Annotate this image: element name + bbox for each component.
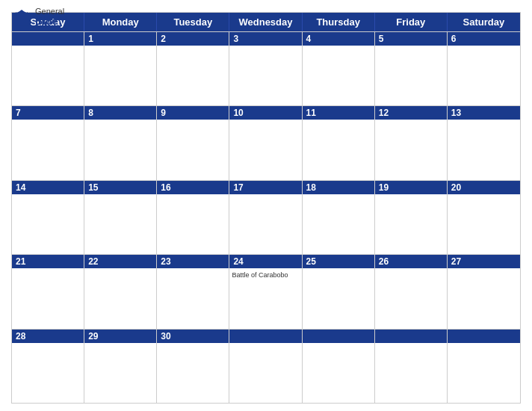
cal-cell-w3-d6: 20: [448, 181, 520, 254]
day-number: [448, 330, 520, 343]
logo-blue-text: Blue: [35, 16, 58, 26]
calendar-body: 123456789101112131415161718192021222324B…: [12, 31, 520, 403]
day-number: 8: [84, 106, 156, 120]
weekday-header-row: SundayMondayTuesdayWednesdayThursdayFrid…: [12, 13, 520, 31]
day-number: 24: [229, 255, 301, 268]
cal-cell-w1-d4: 4: [303, 32, 375, 105]
day-number: 25: [303, 255, 374, 268]
cal-cell-w4-d6: 27: [448, 255, 520, 328]
day-number: 26: [375, 255, 447, 268]
day-number: 6: [448, 32, 520, 46]
day-number: 20: [448, 181, 520, 194]
cal-cell-w5-d3: [229, 330, 302, 403]
cal-cell-w3-d0: 14: [12, 181, 84, 254]
day-number: 29: [84, 330, 156, 343]
day-number: 30: [157, 330, 229, 343]
cal-cell-w4-d1: 22: [84, 255, 157, 328]
day-number: [375, 330, 447, 343]
day-number: 7: [12, 106, 84, 120]
cal-cell-w2-d4: 11: [303, 106, 375, 179]
cal-cell-w3-d3: 17: [229, 181, 302, 254]
cal-cell-w3-d1: 15: [84, 181, 157, 254]
cal-cell-w5-d4: [303, 330, 375, 403]
day-number: 17: [229, 181, 301, 194]
week-row-3: 14151617181920: [12, 180, 520, 254]
page: GeneralBlue SundayMondayTuesdayWednesday…: [0, 0, 532, 411]
cal-cell-w5-d0: 28: [12, 330, 84, 403]
cal-cell-w2-d2: 9: [157, 106, 229, 179]
day-number: 19: [375, 181, 447, 194]
day-number: 1: [84, 32, 156, 46]
cal-cell-w5-d2: 30: [157, 330, 229, 403]
cal-cell-w5-d1: 29: [84, 330, 157, 403]
day-number: 15: [84, 181, 156, 194]
cal-cell-w1-d0: [12, 32, 84, 105]
cal-cell-w1-d1: 1: [84, 32, 157, 105]
day-number: 3: [229, 32, 301, 46]
weekday-header-wednesday: Wednesday: [229, 13, 302, 31]
cal-cell-w5-d5: [375, 330, 448, 403]
event-label: Battle of Carabobo: [229, 270, 301, 280]
logo-bird-icon: [11, 9, 32, 25]
day-number: 21: [12, 255, 84, 268]
day-number: 2: [157, 32, 229, 46]
day-number: 9: [157, 106, 229, 120]
weekday-header-saturday: Saturday: [448, 13, 520, 31]
day-number: 13: [448, 106, 520, 120]
week-row-5: 282930: [12, 329, 520, 403]
day-number: [229, 330, 301, 343]
day-number: 10: [229, 106, 301, 120]
weekday-header-friday: Friday: [375, 13, 448, 31]
cal-cell-w2-d0: 7: [12, 106, 84, 179]
weekday-header-monday: Monday: [84, 13, 157, 31]
cal-cell-w4-d3: 24Battle of Carabobo: [229, 255, 302, 328]
day-number: 18: [303, 181, 374, 194]
day-number: 12: [375, 106, 447, 120]
cal-cell-w1-d2: 2: [157, 32, 229, 105]
cal-cell-w2-d5: 12: [375, 106, 448, 179]
cal-cell-w4-d5: 26: [375, 255, 448, 328]
cal-cell-w2-d6: 13: [448, 106, 520, 179]
day-number: 22: [84, 255, 156, 268]
day-number: 11: [303, 106, 374, 120]
calendar-grid: SundayMondayTuesdayWednesdayThursdayFrid…: [11, 12, 521, 404]
cal-cell-w1-d5: 5: [375, 32, 448, 105]
cal-cell-w4-d0: 21: [12, 255, 84, 328]
cal-cell-w1-d3: 3: [229, 32, 302, 105]
day-number: 16: [157, 181, 229, 194]
logo: GeneralBlue: [11, 7, 64, 26]
cal-cell-w2-d1: 8: [84, 106, 157, 179]
cal-cell-w3-d4: 18: [303, 181, 375, 254]
week-row-2: 78910111213: [12, 105, 520, 179]
cal-cell-w3-d5: 19: [375, 181, 448, 254]
week-row-1: 123456: [12, 31, 520, 105]
cal-cell-w3-d2: 16: [157, 181, 229, 254]
cal-cell-w5-d6: [448, 330, 520, 403]
day-number: 28: [12, 330, 84, 343]
day-number: [303, 330, 374, 343]
week-row-4: 21222324Battle of Carabobo252627: [12, 254, 520, 328]
day-number: 23: [157, 255, 229, 268]
day-number: 5: [375, 32, 447, 46]
cal-cell-w2-d3: 10: [229, 106, 302, 179]
weekday-header-thursday: Thursday: [303, 13, 375, 31]
day-number: 27: [448, 255, 520, 268]
cal-cell-w1-d6: 6: [448, 32, 520, 105]
cal-cell-w4-d4: 25: [303, 255, 375, 328]
day-number: 4: [303, 32, 374, 46]
day-number: 14: [12, 181, 84, 194]
day-number: [12, 32, 84, 46]
weekday-header-tuesday: Tuesday: [157, 13, 229, 31]
cal-cell-w4-d2: 23: [157, 255, 229, 328]
